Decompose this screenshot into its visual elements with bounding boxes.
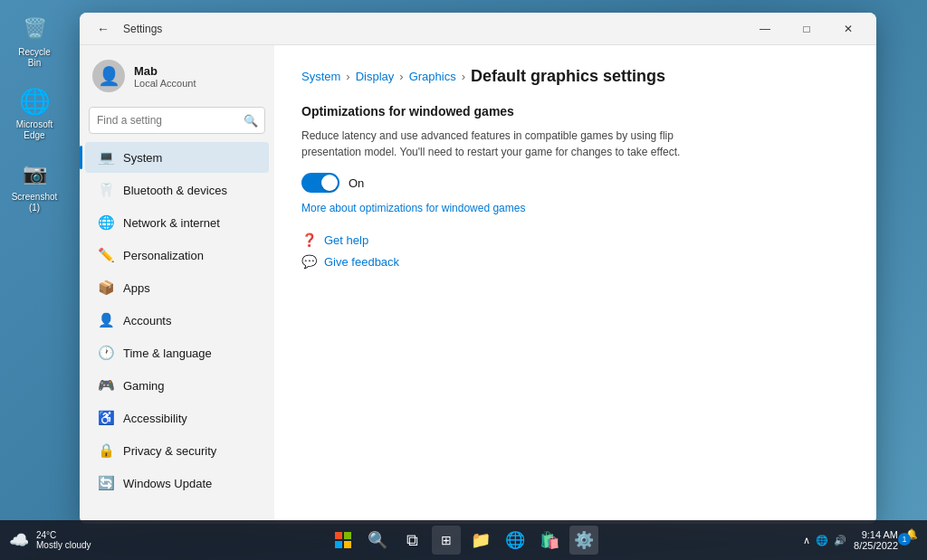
- screenshot-icon: 📷: [18, 157, 51, 190]
- nav-item-privacy[interactable]: 🔒 Privacy & security: [85, 435, 269, 466]
- apps-icon: 📦: [98, 280, 114, 296]
- nav-item-bluetooth[interactable]: 🦷 Bluetooth & devices: [85, 175, 269, 205]
- section-description: Reduce latency and use advanced features…: [301, 128, 718, 160]
- breadcrumb-sep-2: ›: [399, 70, 403, 83]
- nav-label-accessibility: Accessibility: [123, 412, 187, 425]
- weather-info: 24°C Mostly cloudy: [36, 530, 91, 550]
- nav-item-network[interactable]: 🌐 Network & internet: [85, 207, 269, 238]
- nav-item-windows-update[interactable]: 🔄 Windows Update: [85, 468, 269, 498]
- maximize-button[interactable]: □: [786, 15, 827, 43]
- sidebar: 👤 Mab Local Account 🔍 💻 System: [80, 45, 274, 524]
- store-button[interactable]: 🛍️: [535, 526, 564, 555]
- recycle-bin-icon: 🗑️: [18, 13, 51, 45]
- personalization-icon: ✏️: [98, 247, 114, 263]
- breadcrumb-display[interactable]: Display: [356, 70, 395, 83]
- desktop-icon-recycle-bin[interactable]: 🗑️ Recycle Bin: [7, 9, 62, 72]
- settings-taskbar-button[interactable]: ⚙️: [569, 526, 598, 555]
- nav-label-windows-update: Windows Update: [123, 477, 212, 490]
- nav-item-accessibility[interactable]: ♿ Accessibility: [85, 403, 269, 433]
- clock-date: 8/25/2022: [854, 540, 898, 551]
- window-controls: — □ ✕: [744, 15, 869, 43]
- network-icon: 🌐: [98, 214, 114, 231]
- taskbar-right: ∧ 🌐 🔊 9:14 AM 8/25/2022 🔔 1: [803, 528, 918, 553]
- nav-item-system[interactable]: 💻 System: [85, 142, 269, 173]
- breadcrumb-graphics[interactable]: Graphics: [409, 70, 456, 83]
- clock[interactable]: 9:14 AM 8/25/2022: [854, 529, 898, 551]
- svg-rect-1: [344, 532, 351, 539]
- toggle-row: On: [301, 173, 849, 193]
- get-help-label: Get help: [324, 233, 368, 247]
- desktop-icon-screenshot[interactable]: 📷 Screenshot (1): [7, 154, 62, 217]
- nav-label-network: Network & internet: [123, 216, 220, 230]
- weather-condition: Mostly cloudy: [36, 540, 91, 550]
- taskbar: ☁️ 24°C Mostly cloudy 🔍 ⧉ ⊞ 📁 🌐 🛍️ ⚙️: [0, 520, 927, 560]
- svg-rect-3: [344, 541, 351, 548]
- file-explorer-button[interactable]: 📁: [466, 526, 495, 555]
- content-area: System › Display › Graphics › Default gr…: [274, 45, 876, 524]
- minimize-button[interactable]: —: [744, 15, 786, 43]
- task-view-button[interactable]: ⧉: [397, 526, 426, 555]
- taskbar-left: ☁️ 24°C Mostly cloudy: [9, 530, 91, 550]
- user-info: Mab Local Account: [134, 64, 196, 89]
- get-help-link[interactable]: ❓ Get help: [301, 233, 849, 247]
- nav-item-personalization[interactable]: ✏️ Personalization: [85, 240, 269, 271]
- back-button[interactable]: ←: [91, 16, 116, 42]
- nav-item-gaming[interactable]: 🎮 Gaming: [85, 370, 269, 401]
- weather-temp: 24°C: [36, 530, 91, 540]
- nav-item-apps[interactable]: 📦 Apps: [85, 272, 269, 303]
- gaming-icon: 🎮: [98, 377, 114, 394]
- nav-item-time[interactable]: 🕐 Time & language: [85, 337, 269, 368]
- breadcrumb: System › Display › Graphics › Default gr…: [301, 67, 849, 86]
- network-icon[interactable]: 🌐: [816, 535, 828, 546]
- search-box: 🔍: [89, 107, 265, 134]
- nav-item-accounts[interactable]: 👤 Accounts: [85, 305, 269, 336]
- show-hidden-icon[interactable]: ∧: [803, 535, 810, 546]
- volume-icon[interactable]: 🔊: [834, 535, 846, 546]
- settings-body: 👤 Mab Local Account 🔍 💻 System: [80, 45, 876, 524]
- breadcrumb-system[interactable]: System: [301, 70, 340, 83]
- windows-update-icon: 🔄: [98, 475, 114, 491]
- user-account[interactable]: 👤 Mab Local Account: [80, 45, 274, 103]
- widgets-button[interactable]: ⊞: [432, 526, 461, 555]
- nav-label-apps: Apps: [123, 281, 150, 295]
- search-input[interactable]: [89, 107, 265, 134]
- settings-window: ← Settings — □ ✕ 👤 Mab Local Account: [80, 13, 876, 524]
- more-info-link[interactable]: More about optimizations for windowed ga…: [301, 202, 849, 214]
- notification-area[interactable]: 🔔 1: [905, 528, 918, 553]
- svg-rect-2: [335, 541, 342, 548]
- windowed-games-toggle[interactable]: [301, 173, 339, 193]
- give-feedback-label: Give feedback: [324, 255, 399, 269]
- give-feedback-icon: 💬: [301, 254, 317, 269]
- time-icon: 🕐: [98, 345, 114, 361]
- accessibility-icon: ♿: [98, 410, 114, 426]
- clock-time: 9:14 AM: [862, 529, 898, 540]
- nav-label-system: System: [123, 151, 162, 165]
- edge-icon: 🌐: [18, 85, 51, 118]
- section-title: Optimizations for windowed games: [301, 104, 849, 119]
- search-icon: 🔍: [244, 114, 258, 128]
- search-button[interactable]: 🔍: [363, 526, 392, 555]
- window-title: Settings: [123, 23, 162, 35]
- screenshot-label: Screenshot (1): [11, 192, 58, 214]
- get-help-icon: ❓: [301, 233, 317, 247]
- give-feedback-link[interactable]: 💬 Give feedback: [301, 254, 849, 269]
- system-icon: 💻: [98, 149, 114, 166]
- user-name: Mab: [134, 64, 196, 78]
- svg-rect-0: [335, 532, 342, 539]
- notification-badge: 1: [898, 533, 911, 546]
- start-button[interactable]: [329, 526, 358, 555]
- breadcrumb-current: Default graphics settings: [471, 67, 665, 86]
- accounts-icon: 👤: [98, 312, 114, 328]
- close-button[interactable]: ✕: [827, 15, 869, 43]
- avatar: 👤: [92, 60, 125, 92]
- nav-label-bluetooth: Bluetooth & devices: [123, 184, 227, 197]
- toggle-knob: [321, 175, 338, 191]
- user-type: Local Account: [134, 78, 196, 89]
- nav-label-time: Time & language: [123, 346, 212, 360]
- desktop-icon-edge[interactable]: 🌐 Microsoft Edge: [7, 81, 62, 145]
- edge-taskbar-button[interactable]: 🌐: [501, 526, 530, 555]
- nav-label-gaming: Gaming: [123, 379, 165, 393]
- toggle-label: On: [349, 176, 364, 190]
- privacy-icon: 🔒: [98, 442, 114, 459]
- help-section: ❓ Get help 💬 Give feedback: [301, 233, 849, 269]
